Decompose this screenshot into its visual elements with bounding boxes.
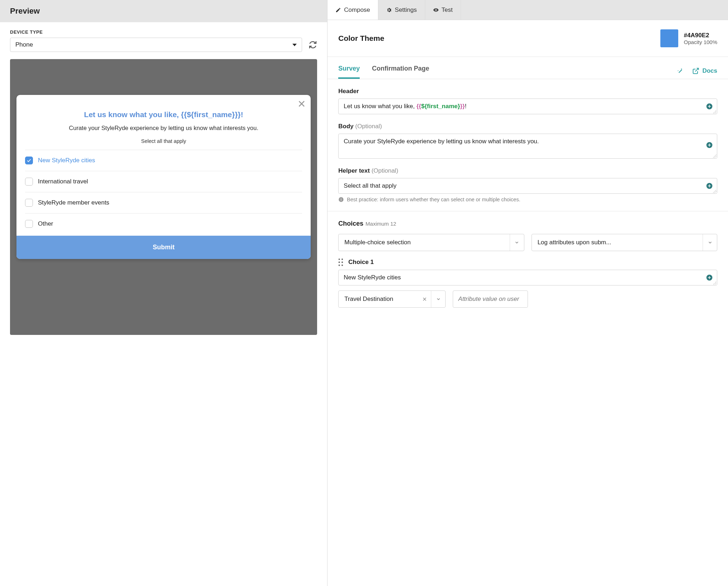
helper-field[interactable]: Select all that apply xyxy=(338,178,717,194)
plus-circle-icon[interactable] xyxy=(706,103,713,110)
svg-line-0 xyxy=(695,68,699,72)
svg-rect-6 xyxy=(341,198,341,198)
svg-point-12 xyxy=(341,264,343,266)
body-field[interactable]: Curate your StyleRyde experience by lett… xyxy=(338,134,717,159)
survey-choices: New StyleRyde cities International trave… xyxy=(25,150,302,234)
tab-settings[interactable]: Settings xyxy=(378,0,425,20)
choice-label: Other xyxy=(38,220,53,227)
eye-icon xyxy=(433,7,439,13)
pencil-icon xyxy=(335,7,341,13)
svg-point-11 xyxy=(339,264,340,266)
svg-point-10 xyxy=(341,261,343,263)
choice-label: StyleRyde member events xyxy=(38,199,109,206)
caret-down-icon xyxy=(292,44,297,46)
docs-link[interactable]: Docs xyxy=(692,67,717,75)
device-type-label: DEVICE TYPE xyxy=(10,29,317,35)
resize-grip-icon[interactable] xyxy=(713,281,717,285)
refresh-icon[interactable] xyxy=(309,40,317,49)
device-type-value: Phone xyxy=(15,41,33,48)
chevron-down-icon xyxy=(431,291,445,307)
survey-choice[interactable]: StyleRyde member events xyxy=(25,192,302,213)
checkbox-icon[interactable] xyxy=(25,199,33,207)
phone-preview-frame: ✕ Let us know what you like, {{${first_n… xyxy=(10,59,317,335)
close-icon[interactable]: ✕ xyxy=(16,95,311,109)
magic-wand-icon[interactable] xyxy=(676,67,684,75)
plus-circle-icon[interactable] xyxy=(706,182,713,189)
svg-point-9 xyxy=(339,261,340,263)
survey-choice[interactable]: Other xyxy=(25,213,302,234)
subtab-survey[interactable]: Survey xyxy=(338,65,360,79)
info-icon xyxy=(338,197,344,202)
header-field-label: Header xyxy=(338,88,717,95)
body-field-label: Body (Optional) xyxy=(338,123,717,130)
choice-1-title: Choice 1 xyxy=(348,259,374,266)
resize-grip-icon[interactable] xyxy=(713,154,717,158)
color-theme-row: Color Theme #4A90E2 Opacity 100% xyxy=(327,20,728,57)
tab-test[interactable]: Test xyxy=(425,0,461,20)
survey-choice[interactable]: New StyleRyde cities xyxy=(25,150,302,171)
choices-header: ChoicesMaximum 12 xyxy=(338,220,717,227)
subtab-confirmation[interactable]: Confirmation Page xyxy=(372,65,429,79)
drag-handle-icon[interactable] xyxy=(338,258,343,266)
helper-hint: Best practice: inform users whether they… xyxy=(338,197,717,202)
survey-helper: Select all that apply xyxy=(16,138,311,150)
resize-grip-icon[interactable] xyxy=(713,189,717,193)
svg-rect-5 xyxy=(341,199,341,201)
tab-compose[interactable]: Compose xyxy=(327,0,378,20)
choice-1-value-field[interactable]: New StyleRyde cities xyxy=(338,270,717,285)
chevron-down-icon xyxy=(703,234,717,251)
checkbox-checked-icon[interactable] xyxy=(25,157,33,164)
log-attributes-select[interactable]: Log attributes upon subm... xyxy=(532,234,717,251)
svg-point-7 xyxy=(339,259,340,260)
attribute-value-input[interactable] xyxy=(453,290,528,308)
preview-title: Preview xyxy=(0,0,327,22)
header-field[interactable]: Let us know what you like, {{${first_nam… xyxy=(338,99,717,114)
gear-icon xyxy=(386,7,392,13)
editor-panel: Compose Settings Test Color Theme #4A90E… xyxy=(327,0,728,586)
helper-field-label: Helper text (Optional) xyxy=(338,167,717,174)
color-swatch[interactable] xyxy=(660,29,678,47)
submit-button[interactable]: Submit xyxy=(16,236,311,259)
plus-circle-icon[interactable] xyxy=(706,274,713,281)
survey-body: Curate your StyleRyde experience by lett… xyxy=(16,124,311,138)
choice-label: New StyleRyde cities xyxy=(38,157,95,164)
external-link-icon xyxy=(692,67,699,75)
checkbox-icon[interactable] xyxy=(25,220,33,228)
choice-label: International travel xyxy=(38,178,88,185)
survey-choice[interactable]: International travel xyxy=(25,171,302,192)
resize-grip-icon[interactable] xyxy=(713,110,717,114)
survey-title: Let us know what you like, {{${first_nam… xyxy=(16,109,311,124)
color-opacity: Opacity 100% xyxy=(684,39,717,45)
editor-tabs: Compose Settings Test xyxy=(327,0,728,20)
svg-point-8 xyxy=(341,259,343,260)
checkbox-icon[interactable] xyxy=(25,178,33,186)
choice-attribute-select[interactable]: Travel Destination × xyxy=(338,290,446,308)
color-theme-title: Color Theme xyxy=(338,34,384,43)
chevron-down-icon xyxy=(510,234,524,251)
survey-card: ✕ Let us know what you like, {{${first_n… xyxy=(16,95,311,259)
color-hex: #4A90E2 xyxy=(684,32,717,39)
device-type-select[interactable]: Phone xyxy=(10,38,302,52)
plus-circle-icon[interactable] xyxy=(706,141,713,149)
clear-icon[interactable]: × xyxy=(418,295,431,303)
preview-panel: Preview DEVICE TYPE Phone ✕ Let us xyxy=(0,0,327,586)
selection-type-select[interactable]: Multiple-choice selection xyxy=(338,234,524,251)
